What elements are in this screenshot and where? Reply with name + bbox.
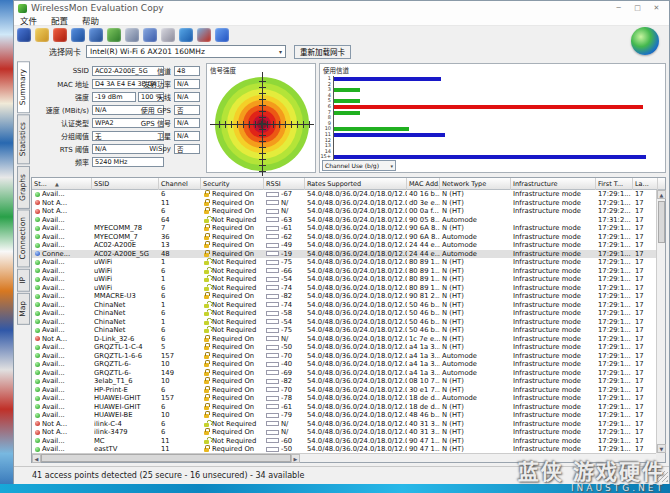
column-header-rssi[interactable]: RSSI bbox=[264, 178, 305, 190]
horizontal-scrollbar[interactable]: ◀ ▶ bbox=[32, 453, 657, 462]
table-row[interactable]: Avail...uWiFi6Not Required-7454.0/48.0/3… bbox=[32, 284, 665, 293]
table-row[interactable]: Avail...uWiFi6Not Required-6654.0/48.0/3… bbox=[32, 267, 665, 276]
table-row[interactable]: Conne...AC02-A200E_5G48Required On-1954.… bbox=[32, 250, 665, 259]
table-row[interactable]: Not A...6Required OnN/54.0/48.0/36.0/24.… bbox=[32, 207, 665, 216]
table-row[interactable]: Avail...ChinaNet1Not Required-5454.0/48.… bbox=[32, 318, 665, 327]
channel-use-selector[interactable]: Channel Use (b/g) ▾ bbox=[322, 160, 396, 171]
field-label: 强度 bbox=[31, 92, 89, 102]
tab-graphs[interactable]: Graphs bbox=[17, 166, 30, 209]
taskbar[interactable] bbox=[0, 484, 670, 493]
cell-last-time-text: 17 bbox=[635, 318, 644, 326]
table-row[interactable]: Avail...6Required On-6754.0/48.0/36.0/24… bbox=[32, 190, 665, 199]
close-button[interactable]: ✕ bbox=[648, 3, 665, 14]
cell-network-type: N (HT) bbox=[440, 343, 511, 352]
column-header-ssid[interactable]: SSID bbox=[92, 178, 159, 190]
column-header-mac[interactable]: MAC Add... bbox=[407, 178, 440, 190]
export-icon[interactable] bbox=[107, 28, 121, 42]
globe-blue-icon[interactable] bbox=[179, 28, 193, 42]
cell-security: Required On bbox=[201, 190, 264, 199]
column-header-status[interactable]: St...▲ bbox=[32, 178, 92, 190]
column-header-channel[interactable]: Channel bbox=[159, 178, 201, 190]
table-row[interactable]: Avail...HUAWEI-GHIT6Required On-6154.0/4… bbox=[32, 403, 665, 412]
access-points-table: St...▲SSIDChannelSecurityRSSIRates Suppo… bbox=[31, 177, 666, 463]
table-row[interactable]: Avail...64Not Required-6354.0/48.0/36.0/… bbox=[32, 216, 665, 225]
help-icon[interactable] bbox=[215, 28, 229, 42]
vertical-scrollbar[interactable]: ▲ ▼ bbox=[656, 190, 665, 453]
edit-icon[interactable] bbox=[143, 28, 157, 42]
status-label: Not A... bbox=[42, 420, 67, 428]
cell-ssid: GRQZTL-1-C-4 bbox=[92, 343, 159, 352]
title-bar[interactable]: WirelessMon Evaluation Copy ─ □ ✕ bbox=[14, 1, 669, 15]
adapter-icon[interactable] bbox=[71, 28, 85, 42]
table-row[interactable]: Avail...AC02-A200E13Required On-4954.0/4… bbox=[32, 241, 665, 250]
scroll-up-button[interactable]: ▲ bbox=[657, 190, 666, 199]
status-label: Avail... bbox=[42, 318, 65, 326]
table-row[interactable]: Avail...ChinaNet6Not Required-5854.0/48.… bbox=[32, 309, 665, 318]
table-row[interactable]: Not A...D-Link_32-66Required OnN/54.0/48… bbox=[32, 335, 665, 344]
vertical-scroll-thumb[interactable] bbox=[658, 201, 665, 243]
menu-item-文件[interactable]: 文件 bbox=[20, 14, 37, 26]
cell-infrastructure-text: Infrastructure mode bbox=[513, 411, 581, 419]
menu-item-配置[interactable]: 配置 bbox=[51, 14, 68, 26]
table-row[interactable]: Avail...HUAWEI-BE10Required On-7954.0/48… bbox=[32, 411, 665, 420]
table-row[interactable]: Not A...ilink-C-46Not RequiredN/54.0/48.… bbox=[32, 420, 665, 429]
table-row[interactable]: Avail...GRQZTL-1-6-6157Required On-7054.… bbox=[32, 352, 665, 361]
menu-item-帮助[interactable]: 帮助 bbox=[82, 14, 99, 26]
scroll-left-button[interactable]: ◀ bbox=[32, 454, 41, 463]
record-icon[interactable] bbox=[53, 28, 67, 42]
horizontal-scroll-thumb[interactable] bbox=[41, 454, 291, 462]
table-row[interactable]: Not A...11Required OnN/54.0/48.0/36.0/24… bbox=[32, 199, 665, 208]
tab-ip[interactable]: IP bbox=[17, 269, 30, 292]
column-header-rates[interactable]: Rates Supported bbox=[305, 178, 407, 190]
open-folder-icon[interactable] bbox=[35, 28, 49, 42]
cell-last-time-text: 17 bbox=[635, 343, 644, 351]
table-row[interactable]: Avail...HUAWEI-GHIT157Required On-7854.0… bbox=[32, 394, 665, 403]
device-icon[interactable] bbox=[161, 28, 175, 42]
column-header-security[interactable]: Security bbox=[201, 178, 264, 190]
app-window: WirelessMon Evaluation Copy ─ □ ✕ 文件配置帮助… bbox=[13, 0, 670, 485]
table-row[interactable]: Avail...MYECOMM_736Required On-6254.0/48… bbox=[32, 233, 665, 242]
column-header-nettype[interactable]: Network Type bbox=[440, 178, 511, 190]
cell-rates-text: 54.0/48.0/36.0/24.0/18.0/12.0/11.0/9.0/6… bbox=[307, 343, 407, 351]
log-icon[interactable] bbox=[125, 28, 139, 42]
table-row[interactable]: Avail...3elab_T1_610Required On-8254.0/4… bbox=[32, 377, 665, 386]
table-row[interactable]: Avail...ChinaNet1Not Required-7454.0/48.… bbox=[32, 301, 665, 310]
security-label: Required On bbox=[212, 190, 254, 198]
table-row[interactable]: Avail...MYECOMM_787Required On-6154.0/48… bbox=[32, 224, 665, 233]
table-row[interactable]: Avail...ChinaNet6Not Required-7554.0/48.… bbox=[32, 326, 665, 335]
minimize-button[interactable]: ─ bbox=[610, 3, 627, 14]
table-row[interactable]: Avail...uWiFi1Not Required-5454.0/48.0/3… bbox=[32, 275, 665, 284]
cell-first-time: 17:29:1... bbox=[596, 267, 633, 276]
maximize-button[interactable]: □ bbox=[629, 3, 646, 14]
scroll-down-button[interactable]: ▼ bbox=[657, 444, 666, 453]
cell-rates: 54.0/48.0/36.0/24.0/18.0/12.0/11.0 0 Mb/… bbox=[305, 199, 407, 208]
table-row[interactable]: Avail...GRQZTL-6-149Required On-6954.0/4… bbox=[32, 369, 665, 378]
scroll-right-button[interactable]: ▶ bbox=[291, 454, 300, 463]
column-header-last[interactable]: La... bbox=[633, 178, 658, 190]
table-row[interactable]: Not A...ilink-34796Required OnN/54.0/48.… bbox=[32, 428, 665, 437]
tab-map[interactable]: Map bbox=[17, 293, 30, 325]
cell-status: Avail... bbox=[32, 386, 92, 395]
table-row[interactable]: Avail...HP-Print-E6Required On-7054.0/48… bbox=[32, 386, 665, 395]
save-icon[interactable] bbox=[17, 28, 31, 42]
adapter-alt-icon[interactable] bbox=[89, 28, 103, 42]
cell-network-type-text: N (HT) bbox=[442, 403, 464, 411]
status-avail-icon bbox=[35, 260, 40, 265]
table-row[interactable]: Avail...GRQZTL-1-C-45Required On-5054.0/… bbox=[32, 343, 665, 352]
resize-grip[interactable] bbox=[657, 471, 668, 482]
adapter-combobox[interactable]: Intel(R) Wi-Fi 6 AX201 160MHz ▾ bbox=[86, 45, 286, 58]
reload-adapter-button[interactable]: 重新加载网卡 bbox=[294, 45, 351, 59]
table-row[interactable]: Avail...MC11Not Required-6054.0/48.0/36.… bbox=[32, 437, 665, 446]
table-row[interactable]: Avail...uWiFi1Not Required-7554.0/48.0/3… bbox=[32, 258, 665, 267]
cell-infrastructure: Infrastructure mode bbox=[511, 275, 596, 284]
table-row[interactable]: Avail...GRQZTL-6-10Required On-4054.0/48… bbox=[32, 360, 665, 369]
cell-status: Avail... bbox=[32, 241, 92, 250]
tab-connection[interactable]: Connection bbox=[17, 209, 30, 267]
globe-red-icon[interactable] bbox=[197, 28, 211, 42]
cell-network-type-text: N (HT) bbox=[442, 207, 464, 215]
column-header-first[interactable]: First T... bbox=[596, 178, 633, 190]
table-row[interactable]: Avail...MMACRE-U36Required On-8254.0/48.… bbox=[32, 292, 665, 301]
column-header-infra[interactable]: Infrastructure bbox=[511, 178, 596, 190]
tab-summary[interactable]: Summary bbox=[17, 61, 30, 113]
tab-statistics[interactable]: Statistics bbox=[17, 114, 30, 164]
